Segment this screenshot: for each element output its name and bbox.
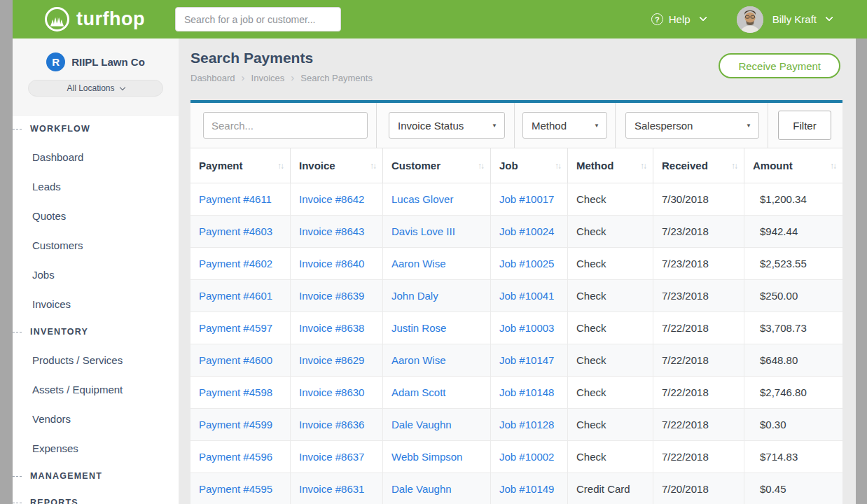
sidebar-item-jobs[interactable]: Jobs	[13, 260, 179, 289]
nav-section-label: MANAGEMENT	[30, 471, 102, 481]
sidebar-item-invoices[interactable]: Invoices	[13, 289, 179, 318]
cell-text: Check	[567, 409, 653, 440]
filter-button[interactable]: Filter	[778, 111, 831, 140]
cell-link[interactable]: John Daly	[382, 280, 490, 312]
sidebar-item-quotes[interactable]: Quotes	[13, 201, 179, 230]
invoice-status-select[interactable]: Invoice Status	[389, 112, 505, 139]
sort-icon[interactable]	[731, 161, 737, 171]
cell-text: Check	[567, 312, 653, 344]
breadcrumb-link-invoices[interactable]: Invoices	[251, 73, 285, 83]
brand-name: turfhop	[76, 8, 145, 30]
breadcrumb: Dashboard › Invoices › Search Payments	[190, 73, 373, 83]
sidebar-item-assets-equipment[interactable]: Assets / Equipment	[13, 374, 179, 404]
user-name[interactable]: Billy Kraft	[772, 13, 817, 25]
breadcrumb-current: Search Payments	[300, 73, 373, 83]
sidebar-company-block: R RIIPL Lawn Co All Locations	[13, 38, 179, 115]
sidebar-item-expenses[interactable]: Expenses	[13, 433, 179, 463]
cell-link[interactable]: Invoice #8637	[290, 441, 382, 472]
cell-link[interactable]: Invoice #8630	[290, 377, 382, 408]
cell-link[interactable]: Job #10128	[490, 409, 567, 440]
column-header-customer[interactable]: Customer	[382, 148, 490, 183]
receive-payment-button[interactable]: Receive Payment	[719, 53, 840, 78]
brand-logo[interactable]: turfhop	[45, 7, 145, 31]
cell-link[interactable]: Invoice #8631	[290, 473, 382, 504]
cell-link[interactable]: Invoice #8636	[290, 409, 382, 440]
cell-text: 7/20/2018	[653, 473, 744, 504]
user-avatar[interactable]	[737, 6, 763, 33]
sidebar-nav: WORKFLOWDashboardLeadsQuotesCustomersJob…	[13, 115, 179, 504]
cell-link[interactable]: Adam Scott	[382, 377, 490, 408]
global-search-input[interactable]	[175, 7, 341, 31]
cell-link[interactable]: Payment #4597	[190, 312, 290, 344]
cell-link[interactable]: Job #10148	[490, 377, 567, 408]
cell-link[interactable]: Dale Vaughn	[382, 473, 490, 504]
method-value: Method	[532, 120, 567, 132]
column-header-received[interactable]: Received	[653, 148, 744, 183]
cell-link[interactable]: Davis Love III	[382, 216, 490, 247]
salesperson-select[interactable]: Salesperson	[625, 112, 759, 139]
section-dash-icon	[13, 476, 22, 477]
cell-link[interactable]: Job #10025	[490, 248, 567, 279]
location-selector[interactable]: All Locations	[28, 80, 163, 97]
cell-link[interactable]: Job #10024	[490, 216, 567, 247]
cell-link[interactable]: Justin Rose	[382, 312, 490, 344]
sort-icon[interactable]	[370, 161, 375, 171]
cell-link[interactable]: Invoice #8639	[290, 280, 382, 312]
cell-link[interactable]: Job #10147	[490, 344, 567, 376]
cell-link[interactable]: Webb Simpson	[382, 441, 490, 472]
cell-link[interactable]: Payment #4603	[190, 216, 290, 247]
cell-link[interactable]: Job #10002	[490, 441, 567, 472]
table-row: Payment #4596Invoice #8637Webb SimpsonJo…	[190, 441, 842, 473]
sidebar-item-products-services[interactable]: Products / Services	[13, 345, 179, 374]
help-label: Help	[669, 13, 691, 25]
column-header-method[interactable]: Method	[567, 148, 653, 183]
cell-link[interactable]: Payment #4602	[190, 248, 290, 279]
filter-cell-status: Invoice Status	[377, 103, 515, 148]
sort-icon[interactable]	[830, 161, 835, 171]
cell-link[interactable]: Lucas Glover	[382, 183, 490, 215]
cell-link[interactable]: Payment #4611	[190, 183, 290, 215]
sidebar-item-leads[interactable]: Leads	[13, 172, 179, 201]
sidebar-item-dashboard[interactable]: Dashboard	[13, 142, 179, 172]
cell-link[interactable]: Invoice #8640	[290, 248, 382, 279]
column-header-job[interactable]: Job	[490, 148, 567, 183]
help-menu[interactable]: Help	[651, 13, 706, 25]
cell-link[interactable]: Payment #4595	[190, 473, 290, 504]
cell-link[interactable]: Job #10003	[490, 312, 567, 344]
column-header-amount[interactable]: Amount	[744, 148, 842, 183]
sort-icon[interactable]	[478, 161, 483, 171]
sidebar-item-customers[interactable]: Customers	[13, 230, 179, 260]
cell-link[interactable]: Payment #4598	[190, 377, 290, 408]
cell-link[interactable]: Invoice #8638	[290, 312, 382, 344]
sort-icon[interactable]	[277, 161, 283, 171]
table-search-input[interactable]	[203, 112, 368, 139]
cell-link[interactable]: Job #10041	[490, 280, 567, 312]
column-header-payment[interactable]: Payment	[190, 148, 290, 183]
table-row: Payment #4602Invoice #8640Aaron WiseJob …	[190, 248, 842, 280]
cell-text: $714.83	[744, 441, 842, 472]
cell-link[interactable]: Dale Vaughn	[382, 409, 490, 440]
cell-link[interactable]: Invoice #8629	[290, 344, 382, 376]
cell-text: 7/22/2018	[653, 377, 744, 408]
breadcrumb-link-dashboard[interactable]: Dashboard	[190, 73, 235, 83]
sidebar-item-vendors[interactable]: Vendors	[13, 404, 179, 433]
payments-card: Invoice Status Method Salesperson Filter	[190, 100, 842, 504]
cell-link[interactable]: Payment #4600	[190, 344, 290, 376]
cell-link[interactable]: Aaron Wise	[382, 344, 490, 376]
cell-link[interactable]: Job #10149	[490, 473, 567, 504]
cell-link[interactable]: Aaron Wise	[382, 248, 490, 279]
cell-link[interactable]: Payment #4599	[190, 409, 290, 440]
method-select[interactable]: Method	[522, 112, 607, 139]
sort-icon[interactable]	[640, 161, 646, 171]
nav-section-header: INVENTORY	[13, 318, 179, 345]
cell-link[interactable]: Job #10017	[490, 183, 567, 215]
cell-link[interactable]: Invoice #8643	[290, 216, 382, 247]
column-header-invoice[interactable]: Invoice	[290, 148, 382, 183]
user-chevron-down-icon[interactable]	[825, 13, 833, 21]
sort-icon[interactable]	[555, 161, 560, 171]
cell-link[interactable]: Payment #4596	[190, 441, 290, 472]
cell-text: Check	[567, 377, 653, 408]
cell-link[interactable]: Payment #4601	[190, 280, 290, 312]
cell-link[interactable]: Invoice #8642	[290, 183, 382, 215]
cell-text: $0.30	[744, 409, 842, 440]
